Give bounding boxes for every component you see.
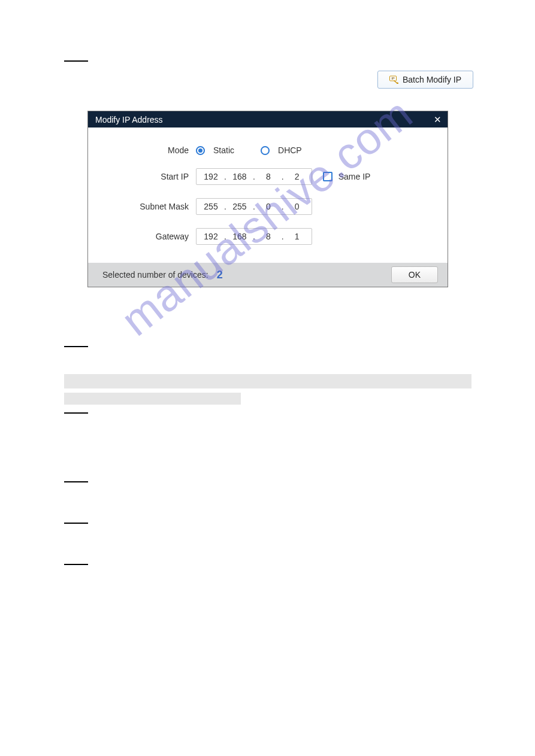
ip-dot-icon: . xyxy=(280,202,285,211)
dialog-footer: Selected number of devices: 2 OK xyxy=(88,263,448,287)
ip-dot-icon: . xyxy=(223,172,228,181)
subnet-octet-2[interactable] xyxy=(228,202,252,211)
ip-dot-icon: . xyxy=(223,232,228,241)
radio-dhcp[interactable] xyxy=(261,146,270,155)
batch-modify-ip-label: Batch Modify IP xyxy=(403,75,461,84)
row-subnet: Subnet Mask . . . xyxy=(100,198,436,215)
subnet-octet-3[interactable] xyxy=(256,202,280,211)
decor-line-3 xyxy=(64,412,88,414)
footer-left: Selected number of devices: 2 xyxy=(102,269,223,281)
dialog-body: Mode Static DHCP Start IP . . . Same IP xyxy=(88,127,448,263)
decor-line-4 xyxy=(64,481,88,482)
radio-dhcp-label: DHCP xyxy=(278,145,302,155)
decor-line-5 xyxy=(64,523,88,524)
radio-static[interactable] xyxy=(196,146,205,155)
start-ip-label: Start IP xyxy=(100,172,196,181)
dialog-titlebar: Modify IP Address ✕ xyxy=(88,111,448,127)
decor-line-6 xyxy=(64,564,88,565)
gateway-octet-1[interactable] xyxy=(199,232,223,241)
decor-line-1 xyxy=(64,60,88,62)
modify-ip-dialog: Modify IP Address ✕ Mode Static DHCP Sta… xyxy=(87,111,448,287)
selected-devices-label: Selected number of devices: xyxy=(102,270,208,280)
start-ip-octet-3[interactable] xyxy=(256,172,280,181)
subnet-octet-1[interactable] xyxy=(199,202,223,211)
gateway-octet-3[interactable] xyxy=(256,232,280,241)
ip-dot-icon: . xyxy=(223,202,228,211)
gateway-input-group: . . . xyxy=(196,228,312,245)
subnet-label: Subnet Mask xyxy=(100,202,196,211)
ip-dot-icon: . xyxy=(280,172,285,181)
svg-text:IP: IP xyxy=(391,77,395,80)
gateway-octet-2[interactable] xyxy=(228,232,252,241)
radio-dot-icon xyxy=(198,148,202,153)
grey-bar-2 xyxy=(64,393,241,405)
same-ip-checkbox[interactable] xyxy=(323,172,333,181)
decor-line-2 xyxy=(64,346,88,347)
ip-wrench-icon: IP xyxy=(389,75,399,84)
close-icon[interactable]: ✕ xyxy=(434,115,442,124)
ip-dot-icon: . xyxy=(280,232,285,241)
subnet-input-group: . . . xyxy=(196,198,312,215)
start-ip-octet-1[interactable] xyxy=(199,172,223,181)
mode-label: Mode xyxy=(100,145,196,155)
radio-static-label: Static xyxy=(213,145,234,155)
gateway-octet-4[interactable] xyxy=(285,232,309,241)
dialog-title-text: Modify IP Address xyxy=(95,115,163,125)
mode-radio-group: Static DHCP xyxy=(196,145,302,155)
row-start-ip: Start IP . . . Same IP xyxy=(100,168,436,185)
start-ip-input-group: . . . xyxy=(196,168,312,185)
batch-modify-ip-button[interactable]: IP Batch Modify IP xyxy=(377,71,473,89)
ok-button[interactable]: OK xyxy=(391,266,438,283)
same-ip-label: Same IP xyxy=(338,172,371,181)
row-mode: Mode Static DHCP xyxy=(100,145,436,155)
ip-dot-icon: . xyxy=(252,232,256,241)
row-gateway: Gateway . . . xyxy=(100,228,436,245)
subnet-octet-4[interactable] xyxy=(285,202,309,211)
gateway-label: Gateway xyxy=(100,232,196,241)
ip-dot-icon: . xyxy=(252,172,256,181)
selected-devices-count: 2 xyxy=(217,269,223,281)
grey-bar-1 xyxy=(64,374,471,388)
start-ip-octet-4[interactable] xyxy=(285,172,309,181)
start-ip-octet-2[interactable] xyxy=(228,172,252,181)
ip-dot-icon: . xyxy=(252,202,256,211)
